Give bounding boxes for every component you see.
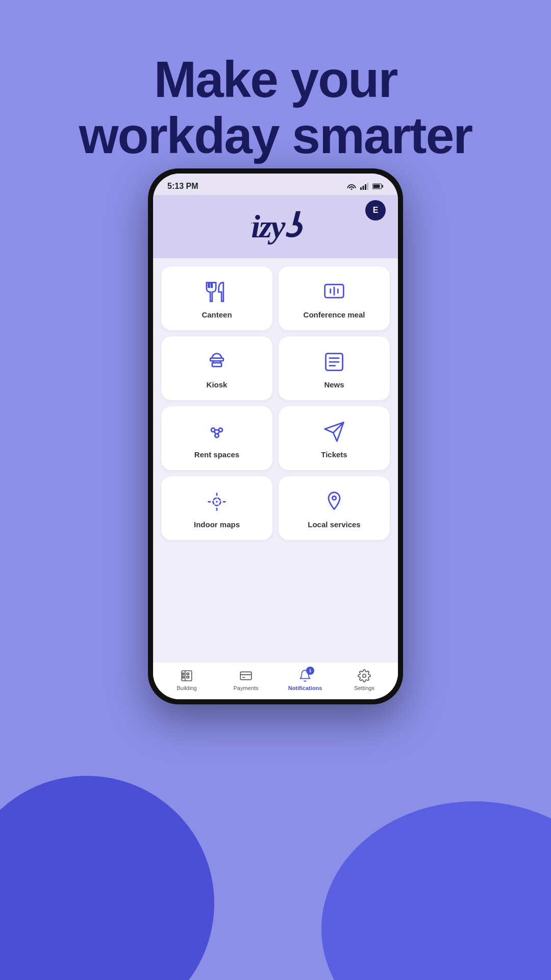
menu-item-tickets[interactable]: Tickets [279,406,390,470]
tickets-label: Tickets [321,450,347,459]
svg-rect-1 [363,186,364,190]
tickets-icon [323,421,345,443]
svg-point-35 [363,674,366,678]
kiosk-icon [206,351,228,373]
status-time: 5:13 PM [167,182,198,191]
battery-icon [372,183,384,189]
menu-grid: Canteen Conference meal [161,266,390,540]
payments-nav-icon [239,669,253,683]
conference-meal-icon [323,281,345,303]
status-icons [347,183,384,190]
svg-rect-29 [187,676,189,678]
menu-item-rent-spaces[interactable]: Rent spaces [161,406,272,470]
news-icon [323,351,345,373]
kiosk-label: Kiosk [207,380,228,389]
notification-badge: 1 [306,667,314,675]
nav-item-building[interactable]: Building [169,669,205,691]
svg-rect-28 [187,673,189,675]
svg-rect-26 [182,671,192,681]
svg-line-21 [214,431,216,434]
svg-rect-5 [382,185,384,188]
menu-item-conference-meal[interactable]: Conference meal [279,266,390,330]
svg-rect-32 [240,672,252,679]
signal-icon [360,183,368,190]
canteen-label: Canteen [202,310,232,319]
canteen-icon [206,281,228,303]
app-content: Canteen Conference meal [153,258,398,662]
indoor-maps-icon [206,491,228,513]
svg-rect-6 [373,185,380,188]
svg-point-25 [332,496,336,500]
settings-nav-label: Settings [354,685,374,691]
phone-mockup: 5:13 PM [148,168,403,704]
phone-screen: 5:13 PM [153,174,398,699]
nav-item-settings[interactable]: Settings [346,669,382,691]
rent-spaces-icon [206,421,228,443]
svg-line-22 [218,431,220,434]
status-bar: 5:13 PM [153,174,398,195]
svg-rect-3 [367,183,369,190]
wifi-icon [347,183,356,190]
svg-rect-2 [365,184,366,190]
hero-title: Make your workday smarter [31,51,520,163]
menu-item-indoor-maps[interactable]: Indoor maps [161,476,272,540]
local-services-icon [323,491,345,513]
app-logo: ·izyʖ [251,205,300,243]
svg-rect-31 [182,676,184,678]
hero-section: Make your workday smarter [0,31,551,184]
news-label: News [324,380,344,389]
notifications-nav-label: Notifications [288,685,322,691]
nav-item-notifications[interactable]: 1 Notifications [287,669,323,691]
bottom-nav: Building Payments [153,662,398,699]
avatar-button[interactable]: E [365,200,386,220]
phone-frame: 5:13 PM [148,168,403,704]
svg-rect-12 [212,363,221,366]
svg-rect-0 [360,187,362,190]
menu-item-local-services[interactable]: Local services [279,476,390,540]
payments-nav-label: Payments [234,685,259,691]
conference-meal-label: Conference meal [304,310,365,319]
svg-rect-30 [182,673,184,675]
indoor-maps-label: Indoor maps [194,520,240,529]
menu-item-news[interactable]: News [279,336,390,400]
local-services-label: Local services [308,520,360,529]
nav-item-payments[interactable]: Payments [228,669,264,691]
menu-item-kiosk[interactable]: Kiosk [161,336,272,400]
rent-spaces-label: Rent spaces [194,450,239,459]
svg-rect-11 [210,358,223,361]
app-header: E ·izyʖ [153,195,398,258]
menu-item-canteen[interactable]: Canteen [161,266,272,330]
svg-point-24 [216,501,218,503]
building-nav-icon [180,669,194,683]
building-nav-label: Building [177,685,196,691]
notifications-nav-icon: 1 [298,669,312,683]
settings-nav-icon [357,669,371,683]
